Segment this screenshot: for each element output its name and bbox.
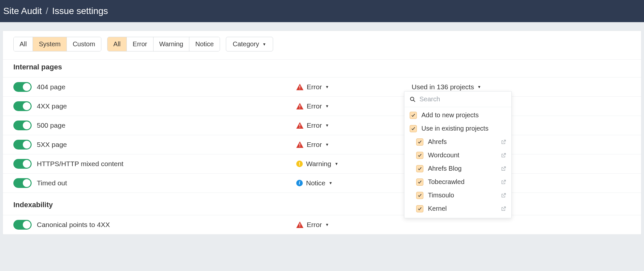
filter-severity-error[interactable]: Error bbox=[127, 37, 153, 51]
checkbox-checked-icon[interactable] bbox=[416, 152, 423, 159]
filter-category-dropdown[interactable]: Category ▼ bbox=[226, 37, 273, 51]
checkbox-checked-icon[interactable] bbox=[410, 125, 417, 132]
checkbox-checked-icon[interactable] bbox=[410, 112, 417, 119]
breadcrumb: Site Audit / Issue settings bbox=[0, 0, 644, 22]
svg-rect-0 bbox=[300, 86, 300, 88]
svg-rect-1 bbox=[300, 89, 300, 89]
caret-down-icon: ▼ bbox=[325, 123, 329, 128]
issue-name: 500 page bbox=[37, 121, 631, 129]
source-filter-group: All System Custom bbox=[13, 37, 101, 51]
svg-rect-6 bbox=[300, 143, 300, 146]
issue-name: Canonical points to 4XX bbox=[37, 221, 631, 229]
popover-project-item[interactable]: Timsoulo bbox=[404, 189, 511, 202]
external-link-icon[interactable] bbox=[501, 139, 506, 145]
severity-select[interactable]: Error ▼ bbox=[296, 141, 329, 149]
severity-select[interactable]: Error ▼ bbox=[296, 121, 329, 129]
svg-rect-4 bbox=[300, 124, 300, 126]
caret-down-icon: ▼ bbox=[334, 162, 338, 166]
severity-select[interactable]: Error ▼ bbox=[296, 102, 329, 110]
severity-select[interactable]: ! Warning ▼ bbox=[296, 160, 338, 168]
filter-severity-warning[interactable]: Warning bbox=[154, 37, 190, 51]
issue-row: 4XX page Error ▼ bbox=[3, 96, 641, 116]
error-icon bbox=[296, 141, 303, 148]
external-link-icon[interactable] bbox=[501, 166, 506, 171]
caret-down-icon: ▼ bbox=[325, 104, 329, 108]
filter-source-custom[interactable]: Custom bbox=[67, 37, 101, 51]
issue-toggle[interactable] bbox=[13, 159, 32, 169]
svg-rect-5 bbox=[300, 127, 300, 128]
popover-search bbox=[404, 92, 511, 107]
filters-toolbar: All System Custom All Error Warning Noti… bbox=[3, 31, 641, 60]
filter-source-system[interactable]: System bbox=[33, 37, 67, 51]
popover-search-input[interactable] bbox=[419, 95, 506, 103]
issue-toggle[interactable] bbox=[13, 140, 32, 150]
severity-select[interactable]: i Notice ▼ bbox=[296, 179, 332, 187]
external-link-icon[interactable] bbox=[501, 193, 506, 198]
filter-severity-notice[interactable]: Notice bbox=[189, 37, 220, 51]
projects-select[interactable]: Used in 136 projects ▼ bbox=[412, 83, 481, 91]
popover-project-item[interactable]: Kernel bbox=[404, 202, 511, 215]
issue-list-indexability: Canonical points to 4XX Error ▼ bbox=[3, 215, 641, 235]
popover-project-item[interactable]: Tobecrawled bbox=[404, 175, 511, 189]
svg-rect-2 bbox=[300, 105, 300, 107]
filter-source-all[interactable]: All bbox=[14, 37, 33, 51]
issue-toggle[interactable] bbox=[13, 220, 32, 230]
issue-name: Timed out bbox=[37, 179, 631, 187]
issue-row: Timed out i Notice ▼ bbox=[3, 173, 641, 193]
notice-icon: i bbox=[296, 180, 303, 186]
breadcrumb-parent[interactable]: Site Audit bbox=[3, 6, 42, 16]
section-title: Internal pages bbox=[3, 60, 641, 77]
error-icon bbox=[296, 83, 303, 91]
external-link-icon[interactable] bbox=[501, 179, 506, 185]
caret-down-icon: ▼ bbox=[325, 85, 329, 89]
checkbox-checked-icon[interactable] bbox=[416, 138, 423, 146]
filter-severity-all[interactable]: All bbox=[108, 37, 127, 51]
svg-rect-7 bbox=[300, 146, 300, 147]
warning-icon: ! bbox=[296, 161, 303, 167]
svg-line-11 bbox=[413, 100, 415, 102]
svg-rect-3 bbox=[300, 108, 300, 108]
checkbox-checked-icon[interactable] bbox=[416, 192, 423, 199]
checkbox-checked-icon[interactable] bbox=[416, 165, 423, 172]
external-link-icon[interactable] bbox=[501, 206, 506, 211]
issue-toggle[interactable] bbox=[13, 82, 32, 92]
issue-list-internal-pages: 404 page Error ▼ Used in 136 projects ▼ … bbox=[3, 77, 641, 193]
issue-row: 5XX page Error ▼ bbox=[3, 135, 641, 154]
section-title: Indexability bbox=[3, 193, 641, 215]
settings-panel: All System Custom All Error Warning Noti… bbox=[3, 31, 641, 235]
popover-project-item[interactable]: Ahrefs Blog bbox=[404, 162, 511, 175]
error-icon bbox=[296, 122, 303, 129]
popover-project-item[interactable]: Ahrefs bbox=[404, 135, 511, 149]
projects-popover: Add to new projects Use in existing proj… bbox=[404, 91, 512, 218]
error-icon bbox=[296, 103, 303, 110]
caret-down-icon: ▼ bbox=[325, 222, 329, 227]
external-link-icon[interactable] bbox=[501, 153, 506, 158]
issue-name: 4XX page bbox=[37, 102, 631, 110]
checkbox-checked-icon[interactable] bbox=[416, 205, 423, 212]
severity-select[interactable]: Error ▼ bbox=[296, 221, 329, 229]
popover-project-item[interactable]: Wordcount bbox=[404, 149, 511, 162]
search-icon bbox=[410, 96, 416, 102]
popover-add-new-projects[interactable]: Add to new projects bbox=[404, 108, 511, 122]
breadcrumb-separator: / bbox=[46, 6, 48, 16]
svg-rect-8 bbox=[300, 223, 300, 226]
popover-use-existing[interactable]: Use in existing projects bbox=[404, 122, 511, 135]
issue-row: Canonical points to 4XX Error ▼ bbox=[3, 215, 641, 235]
error-icon bbox=[296, 221, 303, 228]
popover-body: Add to new projects Use in existing proj… bbox=[404, 107, 511, 218]
caret-down-icon: ▼ bbox=[477, 85, 481, 89]
issue-row: 404 page Error ▼ Used in 136 projects ▼ bbox=[3, 77, 641, 96]
filter-category-label: Category bbox=[233, 40, 259, 48]
caret-down-icon: ▼ bbox=[329, 181, 333, 185]
issue-toggle[interactable] bbox=[13, 121, 32, 130]
severity-filter-group: All Error Warning Notice bbox=[107, 37, 220, 51]
issue-toggle[interactable] bbox=[13, 178, 32, 188]
issue-name: 5XX page bbox=[37, 141, 631, 149]
severity-select[interactable]: Error ▼ bbox=[296, 83, 329, 91]
issue-name: 404 page bbox=[37, 83, 631, 91]
svg-rect-9 bbox=[300, 226, 300, 227]
svg-point-10 bbox=[410, 97, 414, 101]
issue-row: HTTPS/HTTP mixed content ! Warning ▼ bbox=[3, 154, 641, 173]
checkbox-checked-icon[interactable] bbox=[416, 178, 423, 186]
issue-toggle[interactable] bbox=[13, 101, 32, 111]
